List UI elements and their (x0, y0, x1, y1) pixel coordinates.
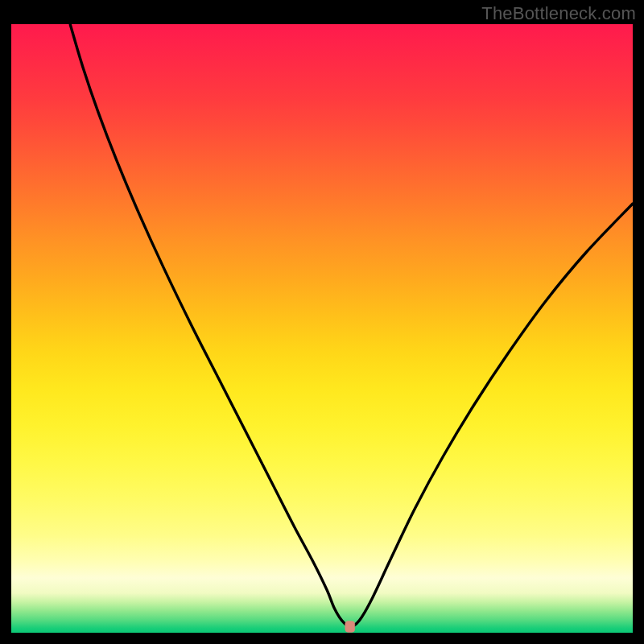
chart-svg (11, 24, 633, 633)
plot-area (11, 24, 633, 633)
bottleneck-curve (70, 25, 633, 627)
chart-frame: TheBottleneck.com (0, 0, 644, 644)
watermark-label: TheBottleneck.com (481, 3, 636, 24)
optimal-point-marker (345, 621, 355, 632)
